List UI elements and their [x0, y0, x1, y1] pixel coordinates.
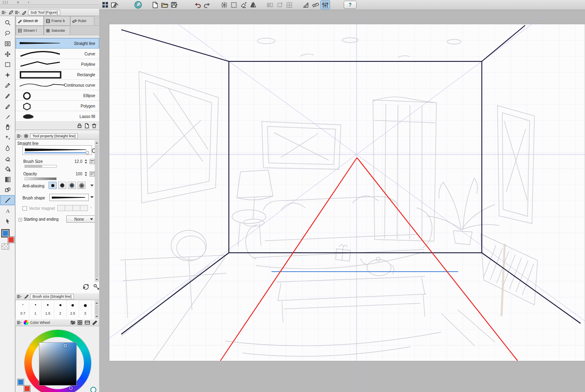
subtool-item-continuous-curve[interactable]: Continuous curve: [16, 80, 99, 90]
redo-icon[interactable]: [202, 0, 212, 9]
subtool-item-rectangle[interactable]: Rectangle: [16, 69, 99, 80]
subtool-item-lasso-fill[interactable]: Lasso fill: [16, 111, 99, 122]
main-color-swatch[interactable]: [2, 230, 9, 237]
brush-size-stepper[interactable]: [85, 159, 88, 164]
color-mixer-tab-icon[interactable]: [92, 320, 98, 325]
pixel-grid-icon[interactable]: [284, 0, 294, 9]
eraser-tool[interactable]: [0, 153, 15, 164]
gear-icon[interactable]: [24, 134, 29, 138]
line-tool[interactable]: [0, 195, 15, 205]
tool-property-header[interactable]: Tool property [Straight line]: [15, 132, 99, 140]
anti-aliasing-middle-button[interactable]: [68, 182, 76, 189]
open-file-icon[interactable]: [160, 0, 169, 9]
starting-ending-expander[interactable]: +: [18, 218, 22, 221]
color-history-tab-icon[interactable]: [85, 320, 90, 325]
starting-ending-dropdown[interactable]: None: [66, 215, 95, 223]
feather-icon[interactable]: [8, 10, 13, 15]
triangle-ruler-icon[interactable]: [301, 0, 311, 9]
panel-menu-icon[interactable]: [17, 134, 22, 138]
brush-size-option[interactable]: 1.5: [42, 300, 54, 318]
brush-icon[interactable]: [24, 294, 29, 299]
canvas-workspace[interactable]: [99, 10, 585, 392]
collapse-icon[interactable]: ‹: [28, 0, 29, 4]
ruler-icon[interactable]: [311, 0, 320, 9]
sv-marker[interactable]: [63, 344, 67, 347]
subtool-item-curve[interactable]: Curve: [16, 49, 99, 59]
rotate-canvas-icon[interactable]: [275, 0, 284, 9]
snap-move-icon[interactable]: [219, 0, 229, 9]
snap-special-ruler-icon[interactable]: [320, 0, 330, 9]
flip-icon[interactable]: [248, 0, 258, 9]
collapse-all-icon[interactable]: «: [17, 0, 19, 4]
tab-stream-line[interactable]: Stream l: [16, 26, 44, 35]
anti-aliasing-weak-button[interactable]: [58, 182, 66, 189]
panel-menu-icon[interactable]: [17, 295, 22, 299]
tab-direct-draw[interactable]: Direct dr: [16, 16, 44, 25]
lasso-tool[interactable]: [0, 28, 15, 39]
brush-size-option[interactable]: 1: [29, 300, 42, 318]
brush-shape-preview[interactable]: [49, 194, 89, 201]
transparent-swatch[interactable]: [2, 244, 9, 250]
help-button[interactable]: ?: [344, 1, 357, 9]
brush-size-scrollbar[interactable]: [95, 301, 99, 319]
anti-aliasing-strong-button[interactable]: [77, 182, 86, 189]
scroll-up-button[interactable]: [95, 301, 98, 305]
save-icon[interactable]: ▼: [169, 0, 179, 9]
undo-icon[interactable]: [193, 0, 202, 9]
brush-stroke-preview[interactable]: [22, 145, 92, 155]
color-wheel-header[interactable]: Color Wheel: [15, 319, 99, 326]
scroll-up-button[interactable]: [95, 141, 98, 144]
scroll-down-button[interactable]: [95, 315, 98, 318]
brush-size-option[interactable]: 2.5: [67, 300, 79, 318]
new-canvas-icon[interactable]: [150, 0, 160, 9]
sub-color-swatch[interactable]: [8, 236, 14, 243]
pen-tool[interactable]: [0, 91, 15, 101]
subtool-item-ellipse[interactable]: Ellipse: [16, 90, 99, 101]
color-set-tab-icon[interactable]: [77, 320, 83, 325]
blend-tool[interactable]: [0, 143, 15, 153]
new-subtool-icon[interactable]: [84, 123, 90, 128]
lock-icon[interactable]: [77, 123, 82, 128]
pencil-tool[interactable]: [0, 101, 15, 112]
color-slider-tab-icon[interactable]: [70, 320, 76, 325]
primary-color-swatch[interactable]: [17, 379, 24, 386]
scroll-down-button[interactable]: [95, 278, 98, 281]
subtool-item-straight-line[interactable]: Straight line: [16, 38, 99, 49]
frame-select-tool[interactable]: [0, 39, 15, 49]
panel-menu-icon[interactable]: [2, 10, 7, 14]
subtool-item-polygon[interactable]: Polygon: [16, 101, 99, 111]
size-slider[interactable]: [24, 152, 89, 153]
brush-size-option[interactable]: 3: [79, 300, 92, 318]
vector-magnet-more-icon[interactable]: ›: [90, 205, 92, 209]
opacity-bar[interactable]: [24, 177, 57, 180]
brush-size-value[interactable]: 12.0: [67, 159, 82, 164]
tab-frame-border[interactable]: Frame b: [44, 16, 70, 25]
brush-size-header[interactable]: Brush size [Straight line]: [15, 293, 99, 300]
brush-tool[interactable]: [0, 112, 15, 122]
tab-saturate[interactable]: Saturate: [44, 26, 70, 35]
hue-marker[interactable]: [69, 386, 73, 390]
anti-aliasing-none-button[interactable]: [49, 182, 57, 189]
zoom-tool[interactable]: [0, 18, 15, 28]
subtool-item-polyline[interactable]: Polyline: [16, 59, 99, 69]
opacity-stepper[interactable]: [85, 172, 88, 176]
opacity-value[interactable]: 100: [67, 172, 82, 176]
selection-marquee-icon[interactable]: [229, 0, 238, 9]
wrench-icon[interactable]: [93, 283, 100, 290]
reset-settings-icon[interactable]: [82, 283, 90, 290]
secondary-color-swatch[interactable]: [24, 385, 31, 392]
move-tool[interactable]: [0, 49, 15, 59]
clip-studio-logo[interactable]: [133, 0, 143, 9]
tool-property-scrollbar[interactable]: [95, 140, 99, 282]
clear-selection-icon[interactable]: [238, 0, 248, 9]
transparent-color-icon[interactable]: [90, 387, 96, 392]
saturation-value-square[interactable]: [39, 342, 77, 386]
panel-menu-icon[interactable]: [17, 321, 22, 325]
brush-size-option[interactable]: 0.7: [17, 300, 29, 318]
figure-tool[interactable]: [0, 185, 15, 195]
canvas-settings-icon[interactable]: ▼: [110, 0, 120, 9]
subtool-panel-header[interactable]: Sub Tool [Figure]: [0, 9, 99, 16]
brush-size-settings-button[interactable]: [90, 159, 95, 164]
workspace-grid-icon[interactable]: [100, 0, 110, 9]
auto-select-tool[interactable]: [0, 70, 15, 80]
